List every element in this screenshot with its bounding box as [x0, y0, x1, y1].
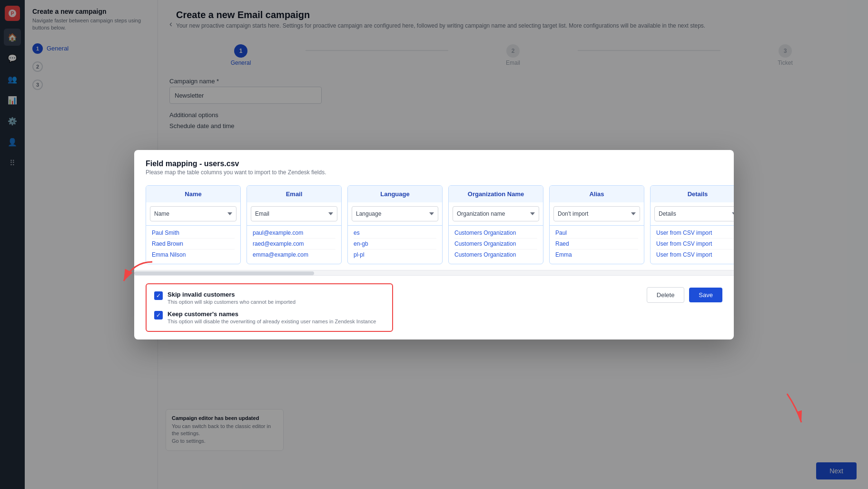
column-name-data: Paul Smith Raed Brown Emma Nilson — [146, 226, 240, 264]
column-language-data: es en-gb pl-pl — [348, 226, 442, 264]
column-email-item-2: raed@example.com — [253, 239, 335, 249]
column-org-name-item-1: Customers Organization — [454, 228, 537, 239]
options-box: ✓ Skip invalid customers This option wil… — [146, 283, 393, 332]
option-skip-label: Skip invalid customers — [168, 291, 296, 298]
column-alias-data: Paul Raed Emma — [550, 226, 644, 264]
column-name-header: Name — [146, 186, 240, 202]
scrollbar[interactable] — [134, 271, 314, 275]
column-email-data: paul@example.com raed@example.com emma@e… — [247, 226, 341, 264]
column-alias-item-2: Raed — [555, 239, 638, 249]
column-language-header: Language — [348, 186, 442, 202]
checkmark-skip: ✓ — [156, 292, 161, 299]
checkbox-skip-invalid[interactable]: ✓ — [154, 291, 163, 300]
modal: Field mapping - users.csv Please map the… — [134, 150, 734, 339]
column-name-item-1: Paul Smith — [152, 228, 235, 239]
column-email-select[interactable]: EmailNameLanguageOrganization nameDon't … — [251, 206, 337, 221]
column-org-name: Organization Name Organization nameNameE… — [448, 185, 543, 264]
column-name-item-3: Emma Nilson — [152, 249, 235, 260]
column-alias-item-1: Paul — [555, 228, 638, 239]
column-email-header: Email — [247, 186, 341, 202]
column-alias: Alias Don't importNameEmailLanguageOrgan… — [549, 185, 644, 264]
column-org-name-item-3: Customers Organization — [454, 249, 537, 260]
column-name-item-2: Raed Brown — [152, 239, 235, 249]
modal-columns: Name NameEmailLanguageOrganization nameD… — [146, 180, 734, 270]
option-keep-content: Keep customer's names This option will d… — [168, 310, 376, 324]
column-details-select[interactable]: DetailsNameEmailLanguageOrganization nam… — [654, 206, 734, 221]
red-arrow-save — [763, 384, 811, 432]
checkmark-keep: ✓ — [156, 312, 161, 319]
column-details-select-wrapper: DetailsNameEmailLanguageOrganization nam… — [651, 202, 734, 226]
column-org-name-select-wrapper: Organization nameNameEmailLanguageDon't … — [449, 202, 543, 226]
column-name: Name NameEmailLanguageOrganization nameD… — [146, 185, 241, 264]
column-email: Email EmailNameLanguageOrganization name… — [247, 185, 342, 264]
checkbox-keep-names[interactable]: ✓ — [154, 311, 163, 319]
column-email-item-3: emma@example.com — [253, 249, 335, 260]
app-wrapper: P 🏠 💬 👥 📊 ⚙️ 👤 ⠿ Create a new campaign N… — [0, 0, 868, 489]
column-org-name-item-2: Customers Organization — [454, 239, 537, 249]
modal-buttons: Delete Save — [647, 287, 722, 303]
option-skip-desc: This option will skip customers who cann… — [168, 299, 296, 305]
column-language-item-2: en-gb — [354, 239, 436, 249]
column-details-item-1: User from CSV import — [656, 228, 734, 239]
column-org-name-header: Organization Name — [449, 186, 543, 202]
column-org-name-data: Customers Organization Customers Organiz… — [449, 226, 543, 264]
column-details-item-3: User from CSV import — [656, 249, 734, 260]
option-keep-label: Keep customer's names — [168, 310, 376, 318]
column-details-header: Details — [651, 186, 734, 202]
modal-overlay: Field mapping - users.csv Please map the… — [0, 0, 868, 489]
modal-title: Field mapping - users.csv — [146, 160, 722, 168]
save-button[interactable]: Save — [689, 288, 722, 302]
column-alias-select-wrapper: Don't importNameEmailLanguageOrganizatio… — [550, 202, 644, 226]
scroll-area — [134, 270, 734, 276]
column-org-name-select[interactable]: Organization nameNameEmailLanguageDon't … — [453, 206, 539, 221]
column-email-select-wrapper: EmailNameLanguageOrganization nameDon't … — [247, 202, 341, 226]
modal-columns-wrapper: Name NameEmailLanguageOrganization nameD… — [134, 180, 734, 270]
option-keep-names: ✓ Keep customer's names This option will… — [154, 310, 385, 324]
column-details: Details DetailsNameEmailLanguageOrganiza… — [650, 185, 734, 264]
option-keep-desc: This option will disable the overwriting… — [168, 319, 376, 324]
delete-button[interactable]: Delete — [647, 287, 685, 303]
modal-subtitle: Please map the table columns you want to… — [146, 169, 722, 176]
column-name-select[interactable]: NameEmailLanguageOrganization nameDon't … — [150, 206, 237, 221]
column-alias-item-3: Emma — [555, 249, 638, 260]
column-details-data: User from CSV import User from CSV impor… — [651, 226, 734, 264]
column-language-item-3: pl-pl — [354, 249, 436, 260]
column-email-item-1: paul@example.com — [253, 228, 335, 239]
option-skip-invalid: ✓ Skip invalid customers This option wil… — [154, 291, 385, 305]
option-skip-content: Skip invalid customers This option will … — [168, 291, 296, 305]
column-language: Language LanguageNameEmailOrganization n… — [347, 185, 443, 264]
column-name-select-wrapper: NameEmailLanguageOrganization nameDon't … — [146, 202, 240, 226]
column-alias-select[interactable]: Don't importNameEmailLanguageOrganizatio… — [553, 206, 640, 221]
modal-bottom: ✓ Skip invalid customers This option wil… — [134, 276, 734, 339]
column-language-select-wrapper: LanguageNameEmailOrganization nameDon't … — [348, 202, 442, 226]
column-language-item-1: es — [354, 228, 436, 239]
column-alias-header: Alias — [550, 186, 644, 202]
column-details-item-2: User from CSV import — [656, 239, 734, 249]
column-language-select[interactable]: LanguageNameEmailOrganization nameDon't … — [352, 206, 438, 221]
modal-header: Field mapping - users.csv Please map the… — [134, 150, 734, 180]
